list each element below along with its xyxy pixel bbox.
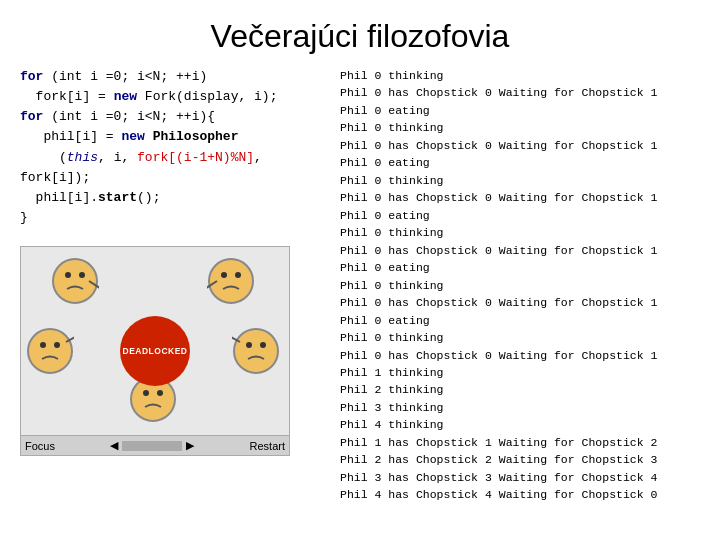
log-line-16: Phil 0 has Chopstick 0 Waiting for Chops… (340, 347, 700, 364)
philosopher-1 (207, 257, 259, 309)
scroll-right-icon[interactable]: ▶ (186, 439, 194, 452)
footer-restart[interactable]: Restart (250, 440, 285, 452)
log-line-12: Phil 0 thinking (340, 277, 700, 294)
log-line-11: Phil 0 eating (340, 259, 700, 276)
svg-point-12 (234, 329, 278, 373)
log-line-15: Phil 0 thinking (340, 329, 700, 346)
log-line-20: Phil 4 thinking (340, 416, 700, 433)
svg-point-10 (54, 342, 60, 348)
svg-point-6 (235, 272, 241, 278)
log-line-1: Phil 0 has Chopstick 0 Waiting for Chops… (340, 84, 700, 101)
log-line-19: Phil 3 thinking (340, 399, 700, 416)
log-line-0: Phil 0 thinking (340, 67, 700, 84)
svg-point-9 (40, 342, 46, 348)
log-line-24: Phil 4 has Chopstick 4 Waiting for Chops… (340, 486, 700, 503)
log-line-10: Phil 0 has Chopstick 0 Waiting for Chops… (340, 242, 700, 259)
svg-point-5 (221, 272, 227, 278)
log-line-8: Phil 0 eating (340, 207, 700, 224)
code-line-3: for (int i =0; i<N; ++i){ (20, 107, 320, 127)
log-line-4: Phil 0 has Chopstick 0 Waiting for Chops… (340, 137, 700, 154)
code-line-1: for (int i =0; i<N; ++i) (20, 67, 320, 87)
log-line-3: Phil 0 thinking (340, 119, 700, 136)
log-panel: Phil 0 thinkingPhil 0 has Chopstick 0 Wa… (340, 67, 700, 527)
svg-point-8 (28, 329, 72, 373)
code-line-2: fork[i] = new Fork(display, i); (20, 87, 320, 107)
deadlock-label: DEADLOCKED (120, 316, 190, 386)
log-line-22: Phil 2 has Chopstick 2 Waiting for Chops… (340, 451, 700, 468)
log-line-14: Phil 0 eating (340, 312, 700, 329)
scroll-bar[interactable] (122, 441, 182, 451)
log-line-2: Phil 0 eating (340, 102, 700, 119)
svg-point-2 (79, 272, 85, 278)
philosopher-2 (26, 327, 78, 379)
log-line-6: Phil 0 thinking (340, 172, 700, 189)
log-line-7: Phil 0 has Chopstick 0 Waiting for Chops… (340, 189, 700, 206)
svg-point-18 (157, 390, 163, 396)
diagram-footer: Focus ◀ ▶ Restart (21, 435, 289, 455)
page-title: Večerajúci filozofovia (0, 0, 720, 67)
code-line-7: } (20, 208, 320, 228)
diagram-area: DEADLOCKED Focus ◀ ▶ Restart (20, 246, 290, 456)
footer-focus[interactable]: Focus (25, 440, 55, 452)
philosopher-0 (51, 257, 103, 309)
log-line-18: Phil 2 thinking (340, 381, 700, 398)
philosopher-3 (232, 327, 284, 379)
svg-point-17 (143, 390, 149, 396)
log-line-17: Phil 1 thinking (340, 364, 700, 381)
log-line-9: Phil 0 thinking (340, 224, 700, 241)
code-line-6: phil[i].start(); (20, 188, 320, 208)
code-block: for (int i =0; i<N; ++i) fork[i] = new F… (20, 67, 320, 228)
left-panel: for (int i =0; i<N; ++i) fork[i] = new F… (20, 67, 320, 527)
svg-point-13 (246, 342, 252, 348)
svg-point-14 (260, 342, 266, 348)
code-line-4: phil[i] = new Philosopher (20, 127, 320, 147)
scroll-left-icon[interactable]: ◀ (110, 439, 118, 452)
log-line-5: Phil 0 eating (340, 154, 700, 171)
svg-point-1 (65, 272, 71, 278)
code-line-5: (this, i, fork[(i-1+N)%N], fork[i]); (20, 148, 320, 188)
log-line-23: Phil 3 has Chopstick 3 Waiting for Chops… (340, 469, 700, 486)
log-line-21: Phil 1 has Chopstick 1 Waiting for Chops… (340, 434, 700, 451)
log-line-13: Phil 0 has Chopstick 0 Waiting for Chops… (340, 294, 700, 311)
